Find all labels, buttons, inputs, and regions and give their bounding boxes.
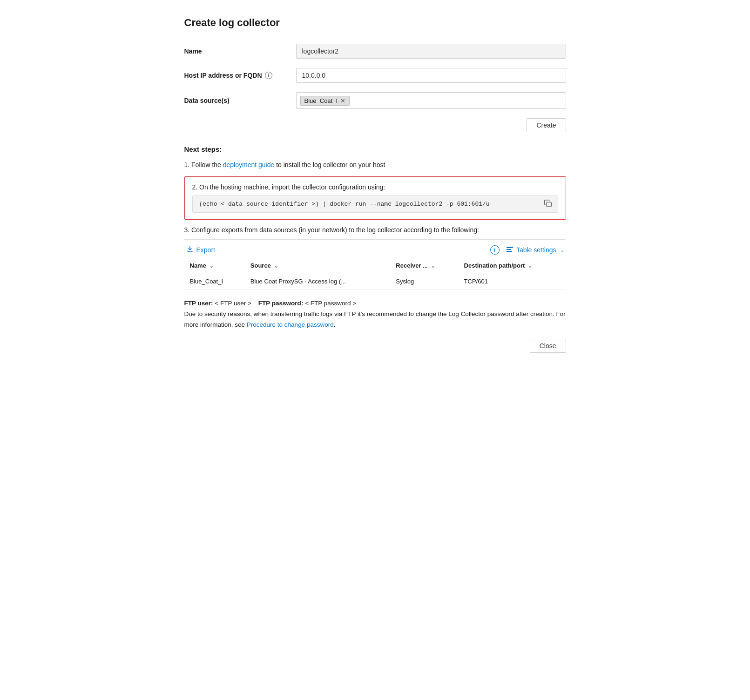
step2-box: 2. On the hosting machine, import the co… (184, 176, 566, 220)
cell-destination: TCP/601 (459, 273, 566, 290)
close-button[interactable]: Close (530, 339, 566, 353)
sort-source-icon: ⌄ (274, 263, 278, 269)
copy-command-button[interactable] (543, 198, 553, 210)
step2-title: 2. On the hosting machine, import the co… (192, 183, 558, 191)
col-source[interactable]: Source ⌄ (245, 258, 391, 273)
host-input[interactable] (296, 68, 566, 83)
col-name[interactable]: Name ⌄ (184, 258, 245, 273)
svg-rect-1 (507, 247, 513, 248)
ftp-password-value: < FTP password > (305, 300, 356, 307)
col-destination[interactable]: Destination path/port ⌄ (459, 258, 566, 273)
command-box: (echo < data source identifier >) | dock… (192, 195, 558, 213)
table-settings-icon (506, 246, 514, 255)
datasource-row: Data source(s) Blue_Coat_I ✕ (184, 92, 566, 109)
ftp-section: FTP user: < FTP user > FTP password: < F… (184, 298, 566, 330)
svg-rect-0 (547, 202, 551, 207)
cell-receiver: Syslog (390, 273, 458, 290)
datasource-label: Data source(s) (184, 97, 296, 104)
command-text: (echo < data source identifier >) | dock… (199, 201, 490, 208)
change-password-link[interactable]: Procedure to change password (247, 321, 334, 328)
table-body: Blue_Coat_I Blue Coat ProxySG - Access l… (184, 273, 566, 290)
table-settings-button[interactable]: Table settings ⌄ (506, 246, 564, 255)
ftp-user-value: < FTP user > (215, 300, 251, 307)
export-button[interactable]: Export (186, 245, 215, 255)
page-title: Create log collector (184, 17, 566, 29)
close-btn-row: Close (184, 339, 566, 353)
ftp-notice-text: Due to security reasons, when transferri… (184, 309, 566, 330)
create-btn-row: Create (184, 118, 566, 132)
name-row: Name (184, 44, 566, 59)
sort-name-icon: ⌄ (209, 263, 213, 269)
cell-name: Blue_Coat_I (184, 273, 245, 290)
svg-rect-3 (507, 251, 512, 252)
tag-close-icon[interactable]: ✕ (340, 98, 345, 104)
name-label: Name (184, 47, 296, 55)
copy-icon (544, 199, 552, 208)
data-table: Name ⌄ Source ⌄ Receiver ... ⌄ Destinati… (184, 258, 566, 290)
datasource-tag: Blue_Coat_I ✕ (300, 96, 350, 106)
next-steps-title: Next steps: (184, 145, 566, 153)
table-header: Name ⌄ Source ⌄ Receiver ... ⌄ Destinati… (184, 258, 566, 273)
step1: 1. Follow the deployment guide to instal… (184, 160, 566, 170)
table-info-icon[interactable]: i (490, 245, 500, 255)
cell-source: Blue Coat ProxySG - Access log (... (245, 273, 391, 290)
table-toolbar: Export i Table settings ⌄ (184, 245, 566, 255)
ftp-user-label: FTP user: (184, 300, 213, 307)
divider (184, 239, 566, 240)
host-label: Host IP address or FQDN i (184, 72, 296, 79)
table-toolbar-right: i Table settings ⌄ (490, 245, 564, 255)
host-info-icon[interactable]: i (265, 72, 272, 79)
deployment-guide-link[interactable]: deployment guide (223, 161, 275, 168)
sort-receiver-icon: ⌄ (431, 263, 435, 269)
download-icon (186, 245, 194, 255)
col-receiver[interactable]: Receiver ... ⌄ (390, 258, 458, 273)
svg-rect-2 (507, 249, 511, 250)
chevron-down-icon: ⌄ (560, 247, 564, 253)
name-input[interactable] (296, 44, 566, 59)
create-button[interactable]: Create (527, 118, 566, 132)
table-row: Blue_Coat_I Blue Coat ProxySG - Access l… (184, 273, 566, 290)
sort-destination-icon: ⌄ (528, 263, 532, 269)
ftp-password-label: FTP password: (258, 300, 304, 307)
host-row: Host IP address or FQDN i (184, 68, 566, 83)
ftp-credentials: FTP user: < FTP user > FTP password: < F… (184, 298, 566, 309)
datasource-input[interactable]: Blue_Coat_I ✕ (296, 92, 566, 109)
step3-text: 3. Configure exports from data sources (… (184, 226, 566, 234)
